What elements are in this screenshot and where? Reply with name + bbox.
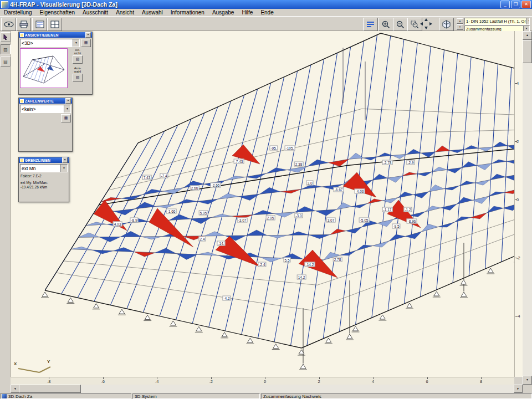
hruler-label: 2 <box>318 379 320 384</box>
panel-icon <box>20 158 24 162</box>
moment-value-label: -14.2 <box>305 262 315 267</box>
layout-grid-button[interactable] <box>47 18 62 31</box>
hscroll-thumb[interactable] <box>19 385 81 393</box>
menu-item-ende[interactable]: Ende <box>257 9 277 16</box>
panel-icon <box>20 99 24 103</box>
moment-value-label: -7.4 <box>160 173 168 178</box>
scrollbar-corner <box>523 385 532 393</box>
view-3d-button[interactable] <box>439 18 454 31</box>
scroll-right-icon[interactable]: ► <box>514 385 523 393</box>
hruler-label: -4 <box>155 379 159 384</box>
auswahl-label: Aus- wahl <box>74 66 81 73</box>
hruler-label: -6 <box>101 379 105 384</box>
axis-y-label: Y <box>47 359 50 364</box>
vscroll-thumb[interactable] <box>523 40 532 63</box>
chevron-down-icon[interactable]: ▼ <box>526 18 530 24</box>
scroll-left-icon[interactable]: ◄ <box>11 385 19 393</box>
panel-title-bar[interactable]: GRENZLINIEN × <box>19 157 69 163</box>
close-button[interactable]: ✕ <box>521 1 531 8</box>
view-preview-thumbnail[interactable] <box>20 48 68 88</box>
moment-value-label: 3.07 <box>326 218 336 223</box>
horizontal-ruler: -8-6-4-202468 <box>11 377 514 385</box>
moment-value-label: 2.66 <box>190 186 200 191</box>
loadcase-combobox[interactable]: 1· DIN 1052 Lastfall H (Th. 1. Or ▼ <box>464 18 530 25</box>
cursor-icon <box>3 34 8 40</box>
printer-icon <box>19 21 28 28</box>
menu-item-eigenschaften[interactable]: Eigenschaften <box>36 9 79 16</box>
zoom-in-button[interactable] <box>378 18 393 31</box>
moment-value-label: -1.17 <box>382 207 393 212</box>
status-doc-icon <box>2 394 7 398</box>
menu-item-informationen[interactable]: Informationen <box>167 9 208 16</box>
horizontal-scrollbar[interactable]: ◄ ► <box>11 385 523 393</box>
maximize-button[interactable]: ❐ <box>511 1 520 8</box>
window-title: 4H-FRAP - Visualisierung [3D-Dach Za] <box>10 1 117 8</box>
moment-value-label: -95. <box>269 146 278 151</box>
zoom-out-button[interactable] <box>393 18 408 31</box>
values-combobox-value: <kein> <box>22 106 36 112</box>
panel-close-icon[interactable]: × <box>65 98 71 104</box>
panel-close-icon[interactable]: × <box>62 157 68 163</box>
vruler-label: 2 <box>516 139 519 144</box>
panel-close-icon[interactable]: × <box>85 32 91 38</box>
view-combobox[interactable]: <3D> ▼ <box>20 39 80 47</box>
hruler-label: 8 <box>480 379 482 384</box>
left-tool-strip: ▨ ▤ <box>0 31 11 377</box>
print-button[interactable] <box>16 18 31 31</box>
menu-item-ausschnitt[interactable]: Ausschnitt <box>79 9 112 16</box>
moment-value-label: -5.05 <box>359 218 370 223</box>
moment-value-label: 14.2 <box>297 275 306 280</box>
zoom-out-icon <box>396 21 405 29</box>
layout-single-button[interactable] <box>32 18 47 31</box>
chevron-down-icon[interactable]: ▼ <box>60 165 67 172</box>
list-filter-button[interactable] <box>363 18 378 31</box>
panel-title: ANSICHT/EBENEN <box>25 33 59 37</box>
menu-item-darstellung[interactable]: Darstellung <box>0 9 36 16</box>
menu-item-hilfe[interactable]: Hilfe <box>238 9 257 16</box>
view-settings-button[interactable]: ▦ <box>81 39 91 47</box>
ansicht-pick-button[interactable]: ▧ <box>73 55 83 64</box>
range-value: -19.4/21.26 kNm <box>21 185 67 190</box>
moment-value-label: -3.0 <box>294 213 303 218</box>
menu-item-ausgabe[interactable]: Ausgabe <box>208 9 238 16</box>
moment-value-label: 2.78 <box>333 257 342 262</box>
scroll-up-icon[interactable]: ▲ <box>523 31 532 40</box>
moment-value-label: -9.5 <box>392 224 400 229</box>
hruler-label: 6 <box>426 379 428 384</box>
status-section-0: 3D-Dach Za <box>0 393 131 399</box>
moment-value-label: 2.4 <box>198 237 206 242</box>
panel-title: GRENZLINIEN <box>25 158 50 162</box>
menu-item-ansicht[interactable]: Ansicht <box>112 9 138 16</box>
pan-control[interactable] <box>417 17 436 30</box>
panel-title-bar[interactable]: ZAHLENWERTE × <box>19 98 72 104</box>
vruler-label: 4 <box>516 81 519 86</box>
annotate-tool-button[interactable]: ▤ <box>1 57 11 66</box>
loadcase-value: 1· DIN 1052 Lastfall H (Th. 1. Or <box>466 19 526 24</box>
values-settings-button[interactable]: ▦ <box>61 114 71 122</box>
select-tool-button[interactable] <box>1 32 11 42</box>
auswahl-pick-button[interactable]: ▧ <box>73 74 83 82</box>
panel-zahlenwerte: ZAHLENWERTE × <kein> ▼ ▦ <box>18 98 73 152</box>
view-eye-button[interactable] <box>1 18 16 31</box>
scroll-down-icon[interactable]: ▼ <box>523 376 532 385</box>
panel-title-bar[interactable]: ANSICHT/EBENEN × <box>19 32 92 38</box>
panel-ansicht-ebenen: ANSICHT/EBENEN × <3D> ▼ ▦ <box>18 32 93 95</box>
chevron-down-icon[interactable]: ▼ <box>73 39 79 47</box>
chevron-down-icon[interactable]: ▼ <box>64 105 70 112</box>
factor-line: Faktor: 7.E-2 <box>21 174 67 178</box>
menu-item-auswahl[interactable]: Auswahl <box>138 9 167 16</box>
limitline-combobox[interactable]: ext Mn ▼ <box>20 164 68 172</box>
vertical-scrollbar[interactable]: ▲ ▼ <box>523 31 532 385</box>
moment-value-label: -14. <box>217 241 225 246</box>
loadcase-spinner[interactable]: ▲▼ <box>457 18 463 30</box>
moment-value-label: 5.05 <box>199 211 208 216</box>
view-combobox-value: <3D> <box>22 40 33 46</box>
moment-value-label: 5.5 <box>283 258 290 263</box>
vertical-ruler: 420-2-4 <box>514 31 523 377</box>
section-tool-button[interactable]: ▨ <box>1 44 11 54</box>
values-combobox[interactable]: <kein> ▼ <box>20 105 71 113</box>
panel-grenzlinien: GRENZLINIEN × ext Mn ▼ Faktor: 7.E-2 ext… <box>18 157 69 202</box>
minimize-button[interactable]: _ <box>500 1 510 8</box>
list-icon <box>366 21 375 28</box>
moment-value-label: -2.9 <box>406 160 415 165</box>
